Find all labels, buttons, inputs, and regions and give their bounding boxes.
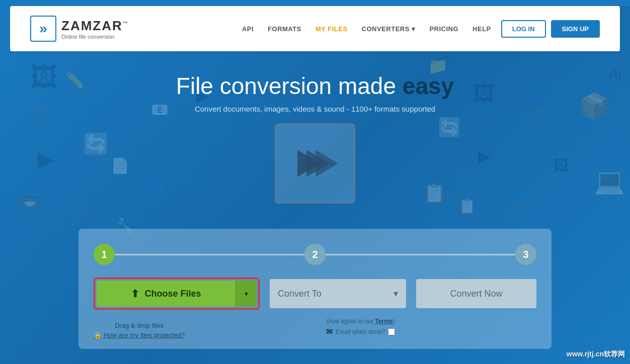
hero-title-bold: easy [403, 73, 454, 99]
converter-section: 1 2 3 ⬆ Choose Files [78, 229, 552, 349]
email-label: Email when done? [336, 328, 385, 335]
terms-text: (And agree to our Terms) [185, 318, 536, 325]
step-2-circle: 2 [304, 244, 326, 265]
protection-text: How are my files protected? [104, 331, 185, 339]
logo-area: » ZAMZAR™ Online file conversion [30, 16, 129, 42]
nav-link-api[interactable]: API [242, 25, 254, 33]
terms-link[interactable]: Terms [375, 318, 392, 325]
upload-icon: ⬆ [131, 288, 139, 300]
nav-link-converters[interactable]: CONVERTERS ▾ [362, 25, 416, 33]
logo-subtitle: Online file conversion [61, 34, 129, 40]
convert-to-chevron-icon: ▾ [393, 288, 398, 299]
choose-files-label: Choose Files [144, 289, 201, 299]
convert-to-label: Convert To [278, 289, 322, 299]
chevron-down-icon: ▾ [245, 290, 248, 298]
protection-link[interactable]: 🔒 How are my files protected? [94, 331, 185, 339]
logo-arrows-icon: » [39, 22, 47, 36]
step-1-circle: 1 [94, 244, 115, 265]
email-icon: ✉ [326, 327, 333, 336]
terms-area: (And agree to our Terms) ✉ Email when do… [185, 316, 536, 336]
hero-subtitle: Convert documents, images, videos & soun… [10, 105, 620, 113]
navbar: » ZAMZAR™ Online file conversion API FOR… [10, 6, 620, 51]
choose-files-wrapper: ⬆ Choose Files ▾ [94, 278, 260, 310]
step-line-1 [115, 254, 304, 255]
choose-files-button[interactable]: ⬆ Choose Files ▾ [97, 281, 257, 307]
nav-link-help[interactable]: HELP [473, 25, 491, 33]
footer-notes: Drag & drop files 🔒 How are my files pro… [94, 322, 185, 339]
center-logo-svg [287, 136, 343, 191]
terms-prefix: (And agree to our [327, 318, 375, 325]
choose-files-main: ⬆ Choose Files [97, 288, 235, 300]
converters-label: CONVERTERS [362, 25, 410, 33]
step-2-number: 2 [312, 249, 318, 260]
logo-tm: ™ [123, 21, 129, 26]
watermark: www.rjtj.cn软荐网 [567, 350, 625, 359]
nav-link-pricing[interactable]: PRICING [429, 25, 458, 33]
step-line-2 [326, 254, 515, 255]
steps-row: 1 2 3 [94, 244, 536, 265]
logo-icon: » [30, 16, 56, 42]
email-checkbox[interactable] [388, 328, 395, 335]
buttons-row: ⬆ Choose Files ▾ Convert To ▾ Conver [94, 278, 536, 310]
step-3-circle: 3 [515, 244, 536, 265]
convert-now-label: Convert Now [450, 289, 502, 299]
hero-section: File conversion made easy Convert docume… [0, 57, 630, 229]
convert-now-button[interactable]: Convert Now [416, 279, 536, 308]
terms-suffix: ) [393, 318, 395, 325]
convert-to-select[interactable]: Convert To ▾ [270, 279, 406, 308]
nav-links: API FORMATS MY FILES CONVERTERS ▾ PRICIN… [242, 25, 491, 33]
logo-text-area: ZAMZAR™ Online file conversion [61, 18, 129, 40]
hero-title-normal: File conversion made [176, 73, 403, 99]
step-1-number: 1 [101, 249, 107, 260]
step-3-number: 3 [523, 249, 528, 260]
center-logo-area [10, 123, 620, 204]
nav-link-myfiles[interactable]: MY FILES [316, 25, 348, 33]
email-row: ✉ Email when done? [185, 327, 536, 336]
login-button[interactable]: LOG IN [501, 20, 546, 38]
signup-button[interactable]: SIGN UP [551, 20, 600, 38]
nav-link-formats[interactable]: FORMATS [268, 25, 301, 33]
center-logo-box [275, 123, 355, 204]
hero-title: File conversion made easy [10, 72, 620, 100]
choose-files-dropdown-arrow[interactable]: ▾ [235, 281, 257, 307]
drag-drop-text: Drag & drop files [115, 322, 164, 329]
lock-icon: 🔒 [94, 331, 102, 339]
converters-chevron-icon: ▾ [412, 25, 416, 33]
converter-outer: 1 2 3 ⬆ Choose Files [0, 229, 630, 364]
logo-name-text: ZAMZAR [61, 18, 123, 33]
logo-name: ZAMZAR™ [61, 18, 129, 34]
